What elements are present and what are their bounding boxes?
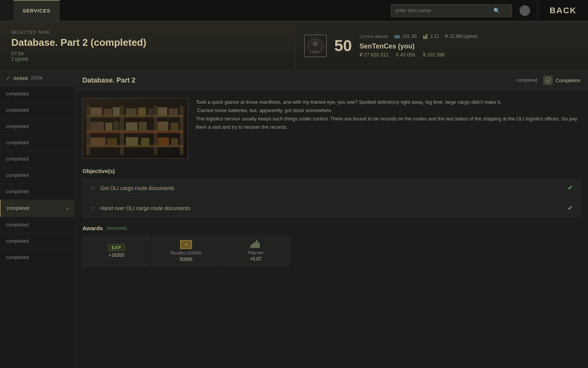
completion-button[interactable]: Completion (543, 76, 580, 85)
svg-rect-20 (113, 108, 120, 115)
sidebar-item-3[interactable]: completed (0, 135, 74, 151)
hand-icon-0: ☞ (90, 184, 96, 192)
count-badge: 24/24 (31, 75, 42, 81)
svg-rect-19 (104, 109, 112, 115)
sidebar-item-4[interactable]: completed (0, 151, 74, 167)
stat1-value: 2.12 (423, 34, 439, 39)
svg-rect-35 (126, 137, 138, 145)
svg-rect-39 (87, 132, 183, 133)
svg-rect-5 (424, 36, 425, 39)
completed-badge: completed (517, 78, 537, 83)
objectives-title: Objective(s) (82, 168, 580, 174)
selected-task-label: Selected task (11, 30, 283, 34)
selected-task-left: Selected task Database. Part 2 (complete… (0, 21, 295, 70)
svg-rect-18 (91, 108, 102, 115)
objective-check-0: ✔ (568, 184, 572, 192)
objective-text-0: Get OLI cargo route documents (100, 185, 174, 191)
sidebar-item-6[interactable]: completed (0, 184, 74, 200)
svg-rect-31 (158, 122, 168, 130)
objectives-section: Objective(s) ☞ Get OLI cargo route docum… (82, 168, 580, 217)
svg-rect-33 (91, 138, 106, 145)
exp-icon: EXP (108, 244, 124, 251)
search-input[interactable] (395, 8, 493, 13)
svg-rect-6 (425, 35, 426, 39)
search-bar[interactable]: 🔍 (391, 4, 512, 17)
award-exp: EXP +16200 (82, 236, 150, 266)
svg-rect-34 (107, 139, 117, 145)
svg-rect-4 (423, 36, 424, 39)
svg-rect-38 (171, 139, 178, 145)
svg-rect-25 (169, 109, 178, 115)
sidebar-item-5[interactable]: completed (0, 167, 74, 184)
currency1: ₽ 27 620 311 (360, 52, 389, 58)
ragman-label: Ragman (248, 250, 264, 255)
sidebar-item-9[interactable]: completed (0, 233, 74, 249)
tab-services[interactable]: SERVICES (14, 0, 60, 21)
hand-icon-1: ☞ (90, 204, 96, 212)
svg-rect-28 (114, 122, 119, 130)
objective-item-1: ☞ Hand over OLI cargo route documents ✔ (82, 199, 580, 217)
svg-rect-32 (171, 123, 178, 130)
sidebar-item-8[interactable]: completed (0, 217, 74, 233)
task-title-main: Database. Part 2 (82, 76, 510, 84)
back-button[interactable]: BACK (538, 0, 588, 21)
svg-rect-36 (141, 138, 149, 145)
svg-rect-43 (251, 245, 252, 248)
objective-item-0: ☞ Get OLI cargo route documents ✔ (82, 179, 580, 197)
svg-rect-47 (258, 243, 259, 248)
lvl-value: LVL 50 (403, 34, 417, 39)
sidebar-item-0[interactable]: completed (0, 86, 74, 102)
tab-plain[interactable] (0, 0, 14, 21)
content-header: Database. Part 2 completed Completion (75, 70, 588, 90)
ragman-value: +0.07 (250, 256, 261, 262)
selected-task-title: Database. Part 2 (completed) (11, 37, 283, 48)
task-image (82, 98, 188, 159)
time-display: 57:54 (11, 51, 283, 56)
trader-info: Current attitude LVL 50 2.12 ₽ 22.9M (sp… (360, 34, 579, 58)
main-area: ✓ locked 24/24 completed completed compl… (0, 70, 588, 368)
sidebar-item-7[interactable]: completed › (0, 200, 74, 217)
svg-rect-37 (158, 138, 169, 145)
svg-rect-46 (256, 240, 258, 248)
svg-rect-27 (105, 123, 112, 130)
roubles-value: 50000 (180, 257, 192, 262)
svg-rect-21 (126, 109, 137, 115)
chevron-right-icon: › (67, 205, 68, 211)
awards-title: Awards (received) (82, 225, 580, 231)
completion-icon (543, 76, 552, 85)
sidebar-item-1[interactable]: completed (0, 102, 74, 119)
svg-rect-45 (254, 242, 256, 248)
attitude-label: Current attitude (360, 34, 388, 39)
top-bar: SERVICES 🔍 BACK (0, 0, 588, 21)
objective-check-1: ✔ (568, 204, 572, 212)
svg-text:₽: ₽ (185, 243, 187, 246)
ragman-icon (250, 240, 261, 249)
roubles-icon: ₽ (180, 240, 192, 249)
svg-rect-17 (87, 145, 183, 147)
awards-grid: EXP +16200 ₽ Roubles (50000) (82, 236, 580, 266)
avatar (520, 5, 530, 16)
svg-rect-23 (149, 109, 153, 115)
svg-rect-30 (139, 122, 147, 130)
svg-point-1 (313, 41, 318, 46)
trader-name: SenTenCes (you) (360, 42, 579, 50)
sidebar-locked-label: locked (14, 75, 28, 81)
trader-level: 50 (334, 38, 352, 54)
content-panel: Database. Part 2 completed Completion (75, 70, 588, 368)
received-label: (received) (107, 226, 127, 231)
task-description-text: Took a quick glance at those manifests, … (196, 98, 580, 159)
award-roubles: ₽ Roubles (50000) 50000 (152, 236, 220, 266)
currency2: € 43 056 (396, 52, 415, 58)
svg-rect-26 (91, 122, 104, 130)
award-ragman: Ragman +0.07 (222, 236, 290, 266)
svg-rect-15 (87, 115, 183, 117)
svg-rect-7 (427, 34, 427, 39)
sidebar-item-10[interactable]: completed (0, 249, 74, 266)
svg-rect-24 (158, 108, 167, 115)
sidebar-item-2[interactable]: completed (0, 119, 74, 135)
completion-label: Completion (555, 78, 580, 83)
sidebar: ✓ locked 24/24 completed completed compl… (0, 70, 75, 368)
currency-row: ₽ 27 620 311 € 43 056 $ 102 399 (360, 52, 579, 58)
trader-stats-row: Current attitude LVL 50 2.12 ₽ 22.9M (sp… (360, 34, 579, 39)
objective-text-1: Hand over OLI cargo route documents (100, 205, 190, 211)
